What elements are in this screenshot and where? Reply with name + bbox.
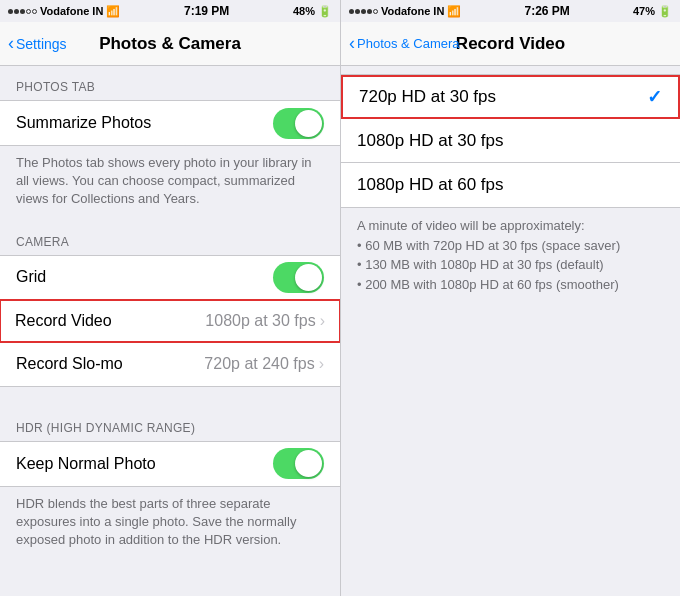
record-video-value: 1080p at 30 fps: [205, 312, 315, 330]
right-panel: Vodafone IN 📶 7:26 PM 47% 🔋 ‹ Photos & C…: [340, 0, 680, 596]
grid-row[interactable]: Grid: [0, 256, 340, 300]
nav-title-left: Photos & Camera: [99, 34, 241, 54]
status-right-right: 47% 🔋: [633, 5, 672, 18]
status-left: Vodafone IN 📶: [8, 5, 120, 18]
record-video-value-group: 1080p at 30 fps ›: [205, 312, 325, 330]
record-slomo-value-group: 720p at 240 fps ›: [204, 355, 324, 373]
section-camera: CAMERA: [0, 221, 340, 255]
left-panel: Vodafone IN 📶 7:19 PM 48% 🔋 ‹ Settings P…: [0, 0, 340, 596]
status-right-left: 48% 🔋: [293, 5, 332, 18]
time-right: 7:26 PM: [524, 4, 569, 18]
wifi-icon-right: 📶: [447, 5, 461, 18]
grid-toggle[interactable]: [273, 262, 324, 293]
battery-percent-left: 48%: [293, 5, 315, 17]
record-slomo-value: 720p at 240 fps: [204, 355, 314, 373]
record-slomo-row[interactable]: Record Slo-mo 720p at 240 fps ›: [0, 342, 340, 386]
status-bar-right: Vodafone IN 📶 7:26 PM 47% 🔋: [341, 0, 680, 22]
left-content: PHOTOS TAB Summarize Photos The Photos t…: [0, 66, 340, 596]
option-1080p-60-label: 1080p HD at 60 fps: [357, 175, 503, 195]
option-1080p-30-label: 1080p HD at 30 fps: [357, 131, 503, 151]
camera-group: Grid Record Video 1080p at 30 fps › Reco…: [0, 255, 340, 387]
option-720p-label: 720p HD at 30 fps: [359, 87, 496, 107]
back-label-left: Settings: [16, 36, 67, 52]
back-button-right[interactable]: ‹ Photos & Camera: [349, 33, 460, 54]
back-button-left[interactable]: ‹ Settings: [8, 33, 67, 54]
carrier-right: Vodafone IN: [381, 5, 444, 17]
summarize-photos-row[interactable]: Summarize Photos: [0, 101, 340, 145]
nav-bar-right: ‹ Photos & Camera Record Video: [341, 22, 680, 66]
option-1080p-60-row[interactable]: 1080p HD at 60 fps: [341, 163, 680, 207]
section-photos-tab: PHOTOS TAB: [0, 66, 340, 100]
record-video-chevron: ›: [320, 312, 325, 330]
record-video-label: Record Video: [15, 312, 112, 330]
photos-tab-group: Summarize Photos: [0, 100, 340, 146]
record-slomo-chevron: ›: [319, 355, 324, 373]
back-chevron-right: ‹: [349, 33, 355, 54]
keep-normal-photo-label: Keep Normal Photo: [16, 455, 156, 473]
hdr-group: Keep Normal Photo: [0, 441, 340, 487]
record-slomo-label: Record Slo-mo: [16, 355, 123, 373]
signal-icon-right: [349, 9, 378, 14]
nav-bar-left: ‹ Settings Photos & Camera: [0, 22, 340, 66]
back-label-right: Photos & Camera: [357, 36, 460, 51]
wifi-icon-left: 📶: [106, 5, 120, 18]
keep-normal-photo-toggle[interactable]: [273, 448, 324, 479]
carrier-left: Vodafone IN: [40, 5, 103, 17]
time-left: 7:19 PM: [184, 4, 229, 18]
back-chevron-left: ‹: [8, 33, 14, 54]
nav-title-right: Record Video: [456, 34, 565, 54]
summarize-photos-toggle[interactable]: [273, 108, 324, 139]
status-left-right: Vodafone IN 📶: [349, 5, 461, 18]
toggle-knob: [295, 110, 322, 137]
spacer-1: [0, 387, 340, 407]
toggle-knob-grid: [295, 264, 322, 291]
section-hdr: HDR (HIGH DYNAMIC RANGE): [0, 407, 340, 441]
hdr-description: HDR blends the best parts of three separ…: [0, 487, 340, 562]
status-bar-left: Vodafone IN 📶 7:19 PM 48% 🔋: [0, 0, 340, 22]
battery-percent-right: 47%: [633, 5, 655, 17]
toggle-knob-hdr: [295, 450, 322, 477]
grid-label: Grid: [16, 268, 46, 286]
spacer-top-right: [341, 66, 680, 74]
option-720p-row[interactable]: 720p HD at 30 fps ✓: [341, 75, 680, 119]
video-description: A minute of video will be approximately:…: [341, 208, 680, 306]
battery-icon-right: 🔋: [658, 5, 672, 18]
photos-tab-description: The Photos tab shows every photo in your…: [0, 146, 340, 221]
option-1080p-30-row[interactable]: 1080p HD at 30 fps: [341, 119, 680, 163]
video-options-group: 720p HD at 30 fps ✓ 1080p HD at 30 fps 1…: [341, 74, 680, 208]
signal-icon: [8, 9, 37, 14]
record-video-row[interactable]: Record Video 1080p at 30 fps ›: [0, 299, 340, 343]
summarize-photos-label: Summarize Photos: [16, 114, 151, 132]
battery-icon-left: 🔋: [318, 5, 332, 18]
checkmark-720p: ✓: [647, 86, 662, 108]
keep-normal-photo-row[interactable]: Keep Normal Photo: [0, 442, 340, 486]
right-content: 720p HD at 30 fps ✓ 1080p HD at 30 fps 1…: [341, 66, 680, 596]
